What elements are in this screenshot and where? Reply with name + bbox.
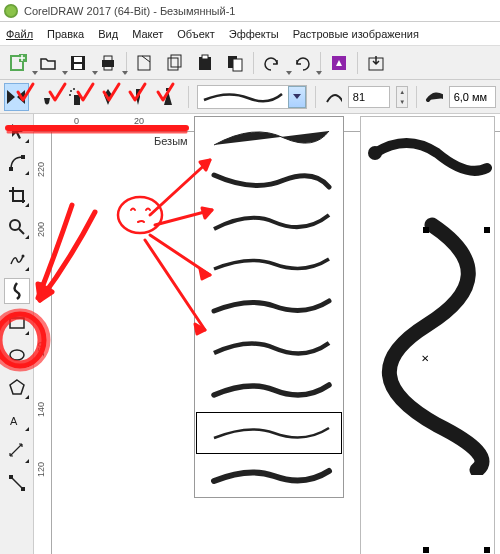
tool-rectangle[interactable]: [4, 310, 30, 336]
preset-item-7[interactable]: [195, 369, 343, 411]
bowtie-icon: [5, 88, 27, 106]
tool-crop[interactable]: [4, 182, 30, 208]
redo-button[interactable]: [288, 49, 316, 77]
tool-zoom[interactable]: [4, 214, 30, 240]
pick-icon: [9, 122, 25, 140]
svg-point-18: [70, 90, 72, 92]
menu-effects[interactable]: Эффекты: [229, 28, 279, 40]
preset-stroke-combo[interactable]: [197, 85, 307, 109]
tool-polygon[interactable]: [4, 374, 30, 400]
mode-expression[interactable]: [156, 83, 180, 111]
import-button[interactable]: [362, 49, 390, 77]
preview-stroke-2: [367, 215, 492, 475]
preset-item-6[interactable]: [195, 327, 343, 369]
expression-icon: [160, 87, 176, 107]
svg-rect-14: [233, 59, 242, 71]
copy-icon: [166, 54, 184, 72]
zoom-icon: [8, 218, 26, 236]
cut-button[interactable]: [131, 49, 159, 77]
print-icon: [99, 54, 117, 72]
undo-button[interactable]: [258, 49, 286, 77]
preset-item-3[interactable]: [195, 201, 343, 243]
svg-rect-21: [166, 88, 170, 91]
preset-stroke-list[interactable]: [194, 116, 344, 498]
mode-sprayer[interactable]: [65, 83, 89, 111]
dimension-icon: [8, 442, 26, 460]
mode-calligraphic[interactable]: [95, 83, 119, 111]
svg-rect-4: [74, 64, 82, 69]
preset-item-2[interactable]: [195, 159, 343, 201]
tool-parallel-dimension[interactable]: [4, 438, 30, 464]
menu-object[interactable]: Объект: [177, 28, 214, 40]
tool-text[interactable]: A: [4, 406, 30, 432]
ellipse-icon: [8, 346, 26, 364]
preview-stroke-1: [367, 123, 492, 203]
mode-brush[interactable]: [35, 83, 59, 111]
mode-pressure[interactable]: [126, 83, 150, 111]
app-icon: [4, 4, 18, 18]
svg-rect-29: [9, 475, 13, 479]
polygon-icon: [8, 378, 26, 396]
import-icon: [367, 54, 385, 72]
svg-rect-22: [9, 167, 13, 171]
save-button[interactable]: [64, 49, 92, 77]
cut-icon: [136, 54, 154, 72]
preset-item-5[interactable]: [195, 285, 343, 327]
rectangle-icon: [8, 314, 26, 332]
paste-button[interactable]: [191, 49, 219, 77]
svg-point-20: [69, 94, 71, 96]
redo-icon: [293, 54, 311, 72]
menu-layout[interactable]: Макет: [132, 28, 163, 40]
tool-artistic-media[interactable]: [4, 278, 30, 304]
copy-button[interactable]: [161, 49, 189, 77]
open-icon: [39, 54, 57, 72]
width-tool-icon: [425, 86, 443, 108]
preset-dropdown-button[interactable]: [288, 86, 306, 108]
svg-point-25: [21, 255, 24, 258]
print-button[interactable]: [94, 49, 122, 77]
mode-preset[interactable]: [4, 83, 29, 111]
ruler-vertical[interactable]: 220 200 180 160 140 120: [34, 132, 52, 554]
svg-rect-9: [168, 58, 178, 70]
menu-bitmaps[interactable]: Растровые изображения: [293, 28, 419, 40]
menu-view[interactable]: Вид: [98, 28, 118, 40]
preset-item-1[interactable]: [195, 117, 343, 159]
new-button[interactable]: [4, 49, 32, 77]
stroke-width-input[interactable]: 6,0 мм: [449, 86, 496, 108]
launch-button[interactable]: [325, 49, 353, 77]
title-bar: CorelDRAW 2017 (64-Bit) - Безымянный-1: [0, 0, 500, 22]
calligraphic-icon: [101, 87, 115, 107]
preset-preview: [198, 88, 288, 106]
menu-file[interactable]: Файл: [6, 28, 33, 40]
sprayer-icon: [68, 87, 86, 107]
tool-freehand[interactable]: [4, 246, 30, 272]
menu-edit[interactable]: Правка: [47, 28, 84, 40]
pen-icon: [131, 87, 145, 107]
standard-toolbar: [0, 46, 500, 80]
tool-connector[interactable]: [4, 470, 30, 496]
tool-ellipse[interactable]: [4, 342, 30, 368]
smoothing-icon: [324, 86, 342, 108]
tool-pick[interactable]: [4, 118, 30, 144]
text-icon: A: [8, 410, 26, 428]
svg-rect-23: [21, 155, 25, 159]
preset-item-8[interactable]: [196, 412, 342, 454]
paste-icon: [196, 54, 214, 72]
selection-center: ✕: [421, 353, 429, 364]
clipboard-icon: [226, 54, 244, 72]
menu-bar: Файл Правка Вид Макет Объект Эффекты Рас…: [0, 22, 500, 46]
undo-icon: [263, 54, 281, 72]
open-button[interactable]: [34, 49, 62, 77]
smoothing-spinner[interactable]: ▲▼: [396, 86, 408, 108]
preset-item-9[interactable]: [195, 455, 343, 497]
freehand-smoothing-input[interactable]: 81: [348, 86, 390, 108]
new-icon: [9, 54, 27, 72]
svg-rect-10: [171, 55, 181, 67]
svg-point-27: [10, 350, 24, 360]
tool-shape[interactable]: [4, 150, 30, 176]
chevron-down-icon: [293, 94, 301, 100]
clipboard-button[interactable]: [221, 49, 249, 77]
preset-item-4[interactable]: [195, 243, 343, 285]
document-tab[interactable]: Безым: [150, 134, 192, 148]
freehand-icon: [8, 250, 26, 268]
